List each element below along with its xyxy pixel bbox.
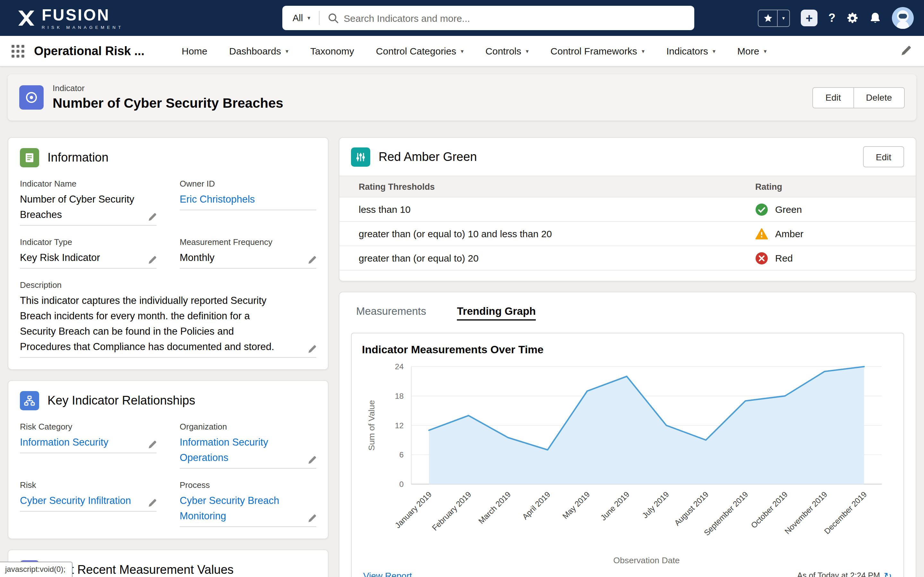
nav-item-more[interactable]: More▾ <box>737 45 766 56</box>
status-tooltip: javascript:void(0); <box>0 562 73 577</box>
threshold-text: greater than (or equal to) 10 and less t… <box>339 228 755 239</box>
field-label: Description <box>20 280 317 290</box>
nav-item-control-frameworks[interactable]: Control Frameworks▾ <box>551 45 645 56</box>
right-column: Red Amber Green Edit Rating Thresholds R… <box>339 137 916 577</box>
field-label: Indicator Type <box>20 237 157 247</box>
information-fields: Indicator Name Number of Cyber Security … <box>8 175 328 369</box>
chart-title: Indicator Measurements Over Time <box>362 343 893 356</box>
svg-text:0: 0 <box>399 480 404 488</box>
svg-text:May 2019: May 2019 <box>561 490 591 521</box>
risk-category-link[interactable]: Information Security <box>20 435 108 450</box>
organization-link[interactable]: Information Security Operations <box>180 435 302 466</box>
favorites-caret-icon[interactable]: ▾ <box>778 9 790 27</box>
record-actions: Edit Delete <box>813 87 905 108</box>
rating-label: Red <box>775 253 793 263</box>
app-name: Operational Risk ... <box>34 44 144 58</box>
edit-pencil-icon[interactable] <box>307 256 317 265</box>
left-column: Information Indicator Name Number of Cyb… <box>8 137 328 577</box>
setup-gear-button[interactable] <box>846 12 859 24</box>
nav-item-controls[interactable]: Controls▾ <box>485 45 529 56</box>
record-type-label: Indicator <box>53 84 283 93</box>
user-avatar[interactable] <box>892 7 914 29</box>
edit-pencil-icon[interactable] <box>307 514 317 523</box>
quick-add-button[interactable]: + <box>801 10 817 26</box>
risk-link[interactable]: Cyber Security Infiltration <box>20 493 131 508</box>
nav-item-indicators[interactable]: Indicators▾ <box>666 45 716 56</box>
owner-link[interactable]: Eric Christophels <box>180 192 255 207</box>
edit-pencil-icon[interactable] <box>307 456 317 465</box>
field-organization: Organization Information Security Operat… <box>180 422 317 469</box>
app-launcher-waffle-icon[interactable] <box>11 45 24 57</box>
indicator-record-icon <box>19 85 44 110</box>
svg-text:December 2019: December 2019 <box>822 490 869 536</box>
svg-text:6: 6 <box>399 450 404 459</box>
chevron-down-icon: ▾ <box>712 48 716 54</box>
page-title: Number of Cyber Security Breaches <box>53 95 283 111</box>
main-content: Indicator Number of Cyber Security Breac… <box>0 67 924 577</box>
edit-pencil-icon[interactable] <box>307 345 317 354</box>
tab-measurements[interactable]: Measurements <box>356 305 426 318</box>
gear-icon <box>846 12 859 24</box>
edit-navigation-pencil-icon[interactable] <box>900 45 911 56</box>
search-scope-button[interactable]: All ▾ <box>282 11 319 25</box>
nav-item-taxonomy[interactable]: Taxonomy <box>310 45 354 56</box>
svg-text:Observation Date: Observation Date <box>614 556 680 565</box>
tab-trending-graph[interactable]: Trending Graph <box>457 305 536 321</box>
card-title: Red Amber Green <box>379 150 477 164</box>
field-measurement-frequency: Measurement Frequency Monthly <box>180 237 317 269</box>
nav-item-dashboards[interactable]: Dashboards▾ <box>229 45 288 56</box>
card-title: Information <box>47 151 108 165</box>
as-of-timestamp: As of Today at 2:24 PM <box>797 571 880 577</box>
nav-item-label: Indicators <box>666 45 708 56</box>
nav-tabs: HomeDashboards▾TaxonomyControl Categorie… <box>182 45 893 56</box>
record-titles: Indicator Number of Cyber Security Breac… <box>53 84 283 111</box>
nav-item-home[interactable]: Home <box>182 45 207 56</box>
rag-edit-button[interactable]: Edit <box>863 146 904 167</box>
app-viewport: FUSION RISK MANAGEMENT All ▾ ▾ + ? <box>0 0 924 577</box>
tab-bar: Measurements Trending Graph <box>339 292 916 330</box>
description-icon <box>20 148 39 167</box>
information-card: Information Indicator Name Number of Cyb… <box>8 137 328 370</box>
edit-button[interactable]: Edit <box>813 87 854 108</box>
svg-text:January 2019: January 2019 <box>393 490 433 530</box>
field-risk: Risk Cyber Security Infiltration <box>20 480 157 527</box>
svg-text:September 2019: September 2019 <box>702 490 750 537</box>
edit-pencil-icon[interactable] <box>148 499 157 508</box>
relationships-card-header: Key Indicator Relationships <box>8 381 328 418</box>
measurements-area-chart: 06121824January 2019February 2019March 2… <box>362 358 893 569</box>
field-label: Risk Category <box>20 422 157 432</box>
amber-status-icon <box>755 227 768 240</box>
field-label: Indicator Name <box>20 179 157 189</box>
field-owner-id: Owner ID Eric Christophels <box>180 179 317 226</box>
refresh-icon[interactable]: ↻ <box>884 571 892 577</box>
notifications-bell-button[interactable] <box>869 11 881 24</box>
svg-text:Sum of Value: Sum of Value <box>367 400 376 451</box>
chart-footer: View Report As of Today at 2:24 PM ↻ <box>362 569 893 577</box>
sliders-icon <box>351 147 370 166</box>
information-card-header: Information <box>8 138 328 175</box>
nav-item-control-categories[interactable]: Control Categories▾ <box>376 45 464 56</box>
svg-text:June 2019: June 2019 <box>599 490 631 522</box>
chevron-down-icon: ▾ <box>642 48 645 54</box>
chevron-down-icon: ▾ <box>461 48 464 54</box>
help-button[interactable]: ? <box>829 11 835 25</box>
delete-button[interactable]: Delete <box>853 87 905 108</box>
hierarchy-icon <box>20 391 39 410</box>
fusion-x-icon <box>17 9 36 27</box>
rag-table-header: Rating Thresholds Rating <box>339 176 916 197</box>
svg-text:November 2019: November 2019 <box>783 490 829 536</box>
field-indicator-name: Indicator Name Number of Cyber Security … <box>20 179 157 226</box>
global-search: All ▾ <box>282 6 694 30</box>
search-input[interactable] <box>344 13 694 23</box>
edit-pencil-icon[interactable] <box>148 256 157 265</box>
edit-pencil-icon[interactable] <box>148 440 157 450</box>
edit-pencil-icon[interactable] <box>148 213 157 222</box>
fusion-logo[interactable]: FUSION RISK MANAGEMENT <box>0 7 124 29</box>
rag-card-header: Red Amber Green Edit <box>339 138 916 176</box>
nav-item-label: Control Categories <box>376 45 456 56</box>
card-title: Key Indicator Relationships <box>47 394 195 408</box>
process-link[interactable]: Cyber Security Breach Monitoring <box>180 493 302 524</box>
trending-chart-card: Indicator Measurements Over Time 0612182… <box>351 333 904 577</box>
view-report-link[interactable]: View Report <box>363 571 412 577</box>
favorites-star-icon[interactable] <box>758 9 778 27</box>
